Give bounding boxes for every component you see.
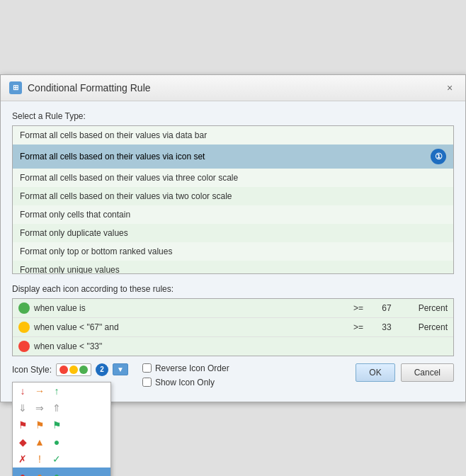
bottom-controls: Icon Style: 2 ▼ xyxy=(12,363,454,392)
circle-green-1 xyxy=(18,302,30,314)
icon-style-section: Icon Style: 2 ▼ xyxy=(12,363,128,382)
icon-rule-row-2: when value < "67" and >= 33 Percent xyxy=(13,318,453,337)
rule-item-badge: ① xyxy=(431,149,446,164)
icon-arrow-right-outline: ⇒ xyxy=(34,402,45,414)
icon-row-shapes[interactable]: ◆ ▲ ● xyxy=(13,434,110,450)
preview-yellow xyxy=(69,366,78,374)
title-bar: ⊞ Conditional Formatting Rule × xyxy=(1,75,465,101)
preview-red xyxy=(59,366,68,374)
dialog-body: Select a Rule Type: Format all cells bas… xyxy=(1,101,465,402)
buttons-area: OK Cancel xyxy=(356,363,454,382)
icon-style-row: Icon Style: 2 ▼ xyxy=(12,363,128,376)
rule-item-duplicate[interactable]: Format only duplicate values xyxy=(13,224,453,242)
icon-row-marks[interactable]: ✗ ! ✓ xyxy=(13,450,110,468)
icon-style-label: Icon Style: xyxy=(12,365,52,375)
icon-arrow-down-outline: ⇓ xyxy=(17,402,28,414)
icon-flag-red: ⚑ xyxy=(17,419,28,431)
icon-arrow-right: → xyxy=(34,385,45,397)
display-rules-label: Display each icon according to these rul… xyxy=(12,284,454,294)
icon-rule-row-3: when value < "33" xyxy=(13,337,453,356)
icon-row-flags[interactable]: ⚑ ⚑ ⚑ xyxy=(13,416,110,434)
rule-desc-2: when value < "67" and xyxy=(34,322,344,332)
circle-red-3 xyxy=(18,341,30,352)
icon-dropdown-scroll[interactable]: ↓ → ↑ ⇓ ⇒ ⇑ ⚑ ⚑ xyxy=(13,382,110,477)
icon-x-red: ✗ xyxy=(17,453,28,465)
icon-style-dropdown-button[interactable]: ▼ xyxy=(113,363,128,375)
circle-yellow-2 xyxy=(18,322,30,333)
show-icon-only-checkbox[interactable] xyxy=(142,378,152,387)
rule-val-1: 67 xyxy=(373,303,401,313)
show-icon-only-label[interactable]: Show Icon Only xyxy=(155,378,215,387)
rule-item-two-color[interactable]: Format all cells based on their values v… xyxy=(13,187,453,205)
rule-desc-3: when value < "33" xyxy=(34,341,344,351)
icon-rule-row-1: when value is >= 67 Percent xyxy=(13,299,453,318)
dialog-title: Conditional Formatting Rule xyxy=(28,82,151,94)
icon-triangle-yellow: ▲ xyxy=(34,436,45,448)
rule-unit-1: Percent xyxy=(405,303,448,313)
icon-flag-green: ⚑ xyxy=(51,419,62,431)
rule-op-2: >= xyxy=(348,322,368,332)
icon-circle-green-sym: ● xyxy=(51,436,62,448)
rule-item-icon-set-inner: Format all cells based on their values v… xyxy=(20,149,446,164)
icon-circle-red-sym: ● xyxy=(17,470,28,477)
icon-arrow-up: ↑ xyxy=(51,385,62,397)
rule-item-icon-set[interactable]: Format all cells based on their values v… xyxy=(13,144,453,169)
icon-exclaim-yellow: ! xyxy=(34,453,45,465)
rule-unit-2: Percent xyxy=(405,322,448,332)
icon-row-arrows-outline[interactable]: ⇓ ⇒ ⇑ xyxy=(13,400,110,416)
icon-circle-green-sym2: ● xyxy=(51,470,62,477)
icon-rules-table: when value is >= 67 Percent when value <… xyxy=(12,298,454,356)
close-button[interactable]: × xyxy=(443,81,457,95)
icon-row-circles-selected[interactable]: ● ● ● xyxy=(13,468,110,477)
reverse-icon-order-label[interactable]: Reverse Icon Order xyxy=(155,363,229,373)
icon-arrow-up-outline: ⇑ xyxy=(51,402,62,414)
rule-item-top-bottom[interactable]: Format only top or bottom ranked values xyxy=(13,242,453,261)
rule-item-unique[interactable]: Format only unique values xyxy=(13,261,453,274)
rule-item-contain[interactable]: Format only cells that contain xyxy=(13,205,453,224)
dialog-window: ⊞ Conditional Formatting Rule × Select a… xyxy=(0,74,466,402)
reverse-icon-order-checkbox[interactable] xyxy=(142,363,152,373)
icon-flag-yellow: ⚑ xyxy=(34,419,45,431)
rule-op-1: >= xyxy=(348,303,368,313)
icon-circle-yellow-sym: ● xyxy=(34,470,45,477)
title-bar-left: ⊞ Conditional Formatting Rule xyxy=(9,81,151,94)
ok-button[interactable]: OK xyxy=(356,363,394,382)
icon-dropdown-panel: ↓ → ↑ ⇓ ⇒ ⇑ ⚑ ⚑ xyxy=(12,382,111,477)
rule-val-2: 33 xyxy=(373,322,401,332)
rule-item-data-bar[interactable]: Format all cells based on their values v… xyxy=(13,126,453,144)
dialog-icon: ⊞ xyxy=(9,81,22,94)
icon-check-green: ✓ xyxy=(51,453,62,465)
preview-green xyxy=(79,366,88,374)
rule-desc-1: when value is xyxy=(34,303,344,313)
rule-item-three-color[interactable]: Format all cells based on their values v… xyxy=(13,169,453,187)
cancel-button[interactable]: Cancel xyxy=(401,363,454,382)
icon-arrow-down: ↓ xyxy=(17,385,28,397)
icon-diamond-red: ◆ xyxy=(17,436,28,448)
icon-style-badge: 2 xyxy=(96,363,108,376)
rule-type-label: Select a Rule Type: xyxy=(12,111,454,121)
icon-style-preview xyxy=(56,363,91,376)
rule-type-list: Format all cells based on their values v… xyxy=(12,125,454,274)
icon-row-arrows-colored[interactable]: ↓ → ↑ xyxy=(13,382,110,400)
